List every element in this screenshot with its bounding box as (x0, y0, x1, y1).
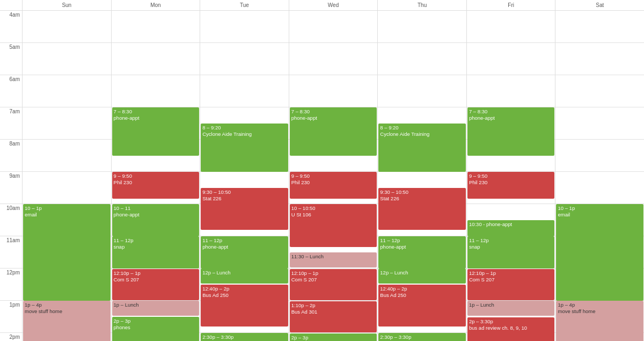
calendar: 4am 5am 6am 7am 8am 9am 10am 11am 12pm 1… (0, 0, 644, 341)
day-column-wed: Wed 7 (289, 0, 378, 341)
time-slot: 6am (0, 75, 22, 107)
day-header-sun: Sun (23, 0, 111, 11)
day-header-sat: Sat (555, 0, 644, 11)
day-column-fri: Fri 7 (467, 0, 556, 341)
day-grid-mon: 7 – 8:30phone-appt 9 – 9:50Phil 230 10 –… (112, 11, 200, 341)
time-slot: 5am (0, 43, 22, 75)
event[interactable]: 12:10p – 1pCom S 207 (290, 269, 377, 300)
day-grid-wed: 7 – 8:30phone-appt 9 – 9:50Phil 230 10 –… (289, 11, 378, 341)
day-grid-sat: 10 – 1pemail 1p – 4pmove stuff home 4p –… (555, 11, 644, 341)
event[interactable]: 11 – 12pphone-appt (201, 236, 288, 269)
event[interactable]: 7 – 8:30phone-appt (467, 107, 555, 156)
time-slot: 7am (0, 107, 22, 140)
time-slot: 12pm (0, 269, 22, 301)
event[interactable]: 7 – 8:30phone-appt (290, 107, 377, 156)
event[interactable]: 10 – 10:50U St 106 (290, 204, 377, 247)
event[interactable]: 2p – 3pfinish bus ad homework (290, 333, 377, 341)
event[interactable]: 12p – Lunch (378, 269, 466, 284)
event[interactable]: 8 – 9:20Cyclone Aide Training (201, 124, 288, 172)
event[interactable]: 12:10p – 1pCom S 207 (112, 269, 200, 300)
time-slot: 1pm (0, 301, 22, 333)
event[interactable]: 1p – 4pmove stuff home (556, 301, 643, 341)
day-header-thu: Thu (378, 0, 466, 11)
day-header-mon: Mon (112, 0, 200, 11)
day-column-mon: Mon (112, 0, 201, 341)
day-grid-thu: 8 – 9:20Cyclone Aide Training 9:30 – 10:… (378, 11, 466, 341)
day-column-sat: Sat 1 (555, 0, 644, 341)
event[interactable]: 11:30 – Lunch (290, 252, 377, 267)
event[interactable]: 9 – 9:50Phil 230 (112, 172, 200, 199)
event[interactable]: 8 – 9:20Cyclone Aide Training (378, 124, 466, 172)
event[interactable]: 9 – 9:50Phil 230 (467, 172, 555, 199)
event[interactable]: 12:40p – 2pBus Ad 250 (201, 285, 288, 327)
event[interactable]: 2:30p – 3:30pphone-appt (378, 333, 466, 341)
event[interactable]: 11 – 12psnap (467, 236, 555, 269)
event[interactable]: 10:30 - phone-appt (467, 220, 555, 236)
day-grid-tue: 8 – 9:20Cyclone Aide Training 9:30 – 10:… (200, 11, 289, 341)
event[interactable]: 1p – 4pmove stuff home (23, 301, 111, 341)
day-column-thu: Thu 8 (378, 0, 467, 341)
day-header-wed: Wed (289, 0, 378, 11)
day-grid-fri: 7 – 8:30phone-appt 9 – 9:50Phil 230 10:3… (467, 11, 555, 341)
event[interactable]: 11 – 12pphone-appt (378, 236, 466, 269)
day-columns: Sun 1 (23, 0, 644, 341)
day-column-tue: Tue 8 (200, 0, 289, 341)
event[interactable]: 12:40p – 2pBus Ad 250 (378, 285, 466, 327)
event[interactable]: 10 – 1pemail (556, 204, 643, 301)
time-header (0, 0, 22, 11)
day-column-sun: Sun 1 (23, 0, 112, 341)
day-header-tue: Tue (200, 0, 289, 11)
event[interactable]: 12:10p – 1pCom S 207 (467, 269, 555, 300)
event[interactable]: 1p – Lunch (112, 301, 200, 316)
time-slot: 2pm (0, 333, 22, 341)
event[interactable]: 9 – 9:50Phil 230 (290, 172, 377, 199)
event[interactable]: 11 – 12psnap (112, 236, 200, 269)
time-slot: 10am (0, 204, 22, 236)
event[interactable]: 9:30 – 10:50Stat 226 (201, 188, 288, 230)
event[interactable]: 9:30 – 10:50Stat 226 (378, 188, 466, 230)
event[interactable]: 2:30p – 3:30pphone-appt (201, 333, 288, 341)
event[interactable]: 2p – 3pphones (112, 317, 200, 341)
event[interactable]: 7 – 8:30phone-appt (112, 107, 200, 156)
event[interactable]: 10 – 1pemail (23, 204, 111, 301)
time-slot: 11am (0, 236, 22, 269)
time-slot: 4am (0, 11, 22, 43)
time-column: 4am 5am 6am 7am 8am 9am 10am 11am 12pm 1… (0, 0, 23, 341)
time-slot: 8am (0, 140, 22, 172)
day-header-fri: Fri (467, 0, 555, 11)
day-grid-sun: 10 – 1pemail 1p – 4pmove stuff home (23, 11, 111, 341)
event[interactable]: 10 – 11phone-appt (112, 204, 200, 236)
time-slot: 9am (0, 172, 22, 204)
event[interactable]: 1p – Lunch (467, 301, 555, 316)
event[interactable]: 2p – 3:30pbus ad review ch. 8, 9, 10 (467, 317, 555, 341)
event[interactable]: 12p – Lunch (201, 269, 288, 284)
event[interactable]: 1:10p – 2pBus Ad 301 (290, 301, 377, 332)
